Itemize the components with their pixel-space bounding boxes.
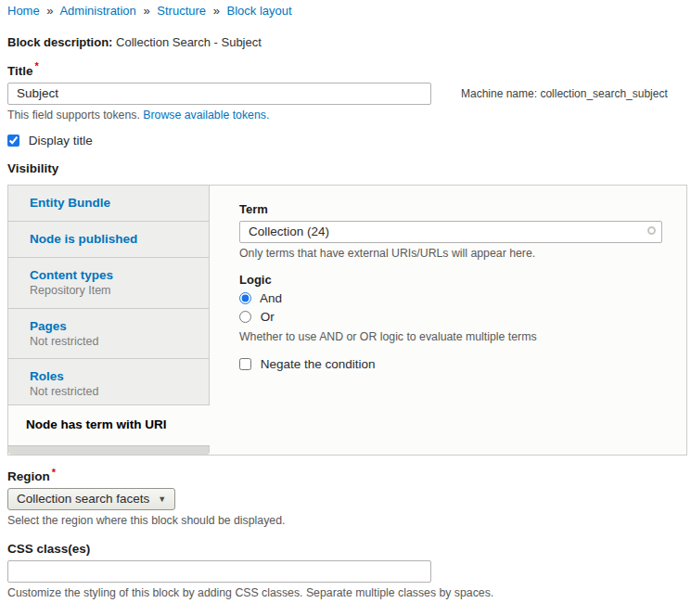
visibility-heading: Visibility xyxy=(7,161,687,175)
logic-or-radio[interactable] xyxy=(239,311,251,323)
logic-and-label: And xyxy=(260,291,282,305)
tabs-menu-spacer xyxy=(8,445,210,455)
breadcrumb: Home » Administration » Structure » Bloc… xyxy=(7,4,687,18)
css-classes-label: CSS class(es) xyxy=(7,542,90,556)
tab-content-types[interactable]: Content types Repository Item xyxy=(8,258,210,309)
negate-condition-label: Negate the condition xyxy=(261,357,376,371)
tab-pages[interactable]: Pages Not restricted xyxy=(8,309,210,359)
logic-group: Logic And Or Whether to use AND or OR lo… xyxy=(239,273,662,343)
title-label: Title* xyxy=(7,64,39,78)
autocomplete-icon xyxy=(647,226,656,235)
css-classes-group: CSS class(es) Customize the styling of t… xyxy=(7,542,687,599)
negate-condition-checkbox[interactable] xyxy=(239,358,251,370)
machine-name: Machine name: collection_search_subject xyxy=(461,87,668,100)
title-input[interactable] xyxy=(7,83,431,105)
title-field-group: Title* Machine name: collection_search_s… xyxy=(7,60,687,122)
tab-node-is-published[interactable]: Node is published xyxy=(8,222,210,258)
tab-node-has-term-with-uri[interactable]: Node has term with URI xyxy=(8,405,210,445)
title-description: This field supports tokens. Browse avail… xyxy=(7,109,687,122)
tab-summary: Not restricted xyxy=(30,335,196,349)
logic-and-radio[interactable] xyxy=(239,292,251,304)
negate-group: Negate the condition xyxy=(239,357,662,371)
region-description: Select the region where this block shoul… xyxy=(7,514,687,527)
css-classes-description: Customize the styling of this block by a… xyxy=(7,586,687,599)
breadcrumb-link-home[interactable]: Home xyxy=(7,4,40,18)
tab-entity-bundle[interactable]: Entity Bundle xyxy=(8,186,210,222)
vertical-tabs-menu: Entity Bundle Node is published Content … xyxy=(8,186,210,455)
region-select[interactable]: Collection search facets ▼ xyxy=(7,488,175,510)
required-asterisk: * xyxy=(52,467,56,478)
tab-roles[interactable]: Roles Not restricted xyxy=(8,359,210,405)
region-label: Region* xyxy=(7,469,56,483)
block-description-value: Collection Search - Subject xyxy=(116,35,262,49)
css-classes-input[interactable] xyxy=(7,560,431,583)
logic-description: Whether to use AND or OR logic to evalua… xyxy=(239,330,662,343)
breadcrumb-separator: » xyxy=(143,4,149,18)
breadcrumb-link-structure[interactable]: Structure xyxy=(157,4,206,18)
display-title-group: Display title xyxy=(7,134,687,148)
term-description: Only terms that have external URIs/URLs … xyxy=(239,247,662,260)
logic-or-label: Or xyxy=(261,310,275,324)
block-configure-page: Home » Administration » Structure » Bloc… xyxy=(0,0,691,616)
breadcrumb-link-block-layout[interactable]: Block layout xyxy=(227,4,292,18)
chevron-down-icon: ▼ xyxy=(158,494,166,504)
breadcrumb-separator: » xyxy=(46,4,53,18)
visibility-vertical-tabs: Entity Bundle Node is published Content … xyxy=(7,185,687,456)
term-label: Term xyxy=(239,202,268,216)
display-title-label: Display title xyxy=(29,134,93,148)
region-select-value: Collection search facets xyxy=(17,492,149,506)
visibility-tab-pane: Term Only terms that have external URIs/… xyxy=(210,186,686,455)
display-title-checkbox[interactable] xyxy=(7,135,19,147)
term-input[interactable] xyxy=(239,221,662,243)
required-asterisk: * xyxy=(35,60,39,71)
browse-tokens-link[interactable]: Browse available tokens. xyxy=(143,109,269,122)
block-description: Block description: Collection Search - S… xyxy=(7,35,687,49)
block-description-label: Block description: xyxy=(7,35,112,49)
tab-summary: Not restricted xyxy=(30,385,196,399)
logic-label: Logic xyxy=(239,273,272,287)
breadcrumb-link-administration[interactable]: Administration xyxy=(59,4,135,18)
tab-summary: Repository Item xyxy=(30,284,196,298)
region-field-group: Region* Collection search facets ▼ Selec… xyxy=(7,467,687,528)
breadcrumb-separator: » xyxy=(213,4,220,18)
